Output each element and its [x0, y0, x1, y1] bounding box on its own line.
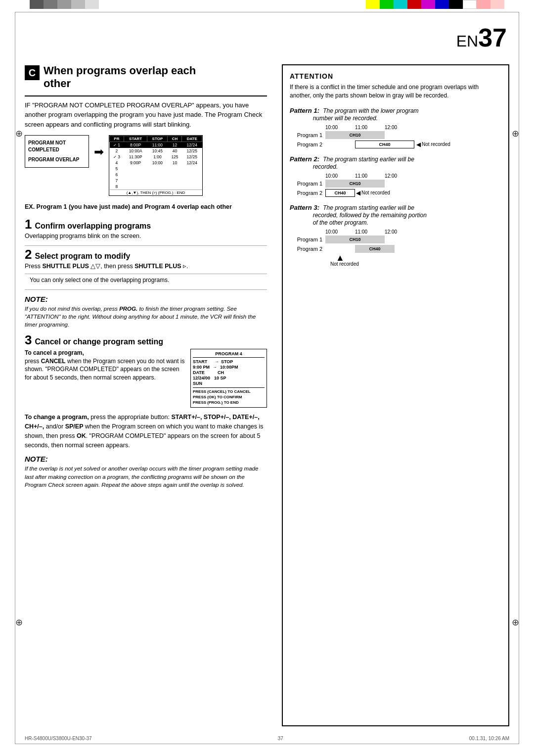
- footer-left: HR-S4800U/S3800U-EN30-37: [25, 736, 92, 741]
- step3-text: To cancel a program, press CANCEL when t…: [25, 349, 185, 384]
- prog1-row: Program 1 CH10: [290, 236, 501, 243]
- section-heading: C When programs overlap each other: [25, 64, 267, 91]
- prog2-row: Program 2 CH40: [290, 245, 501, 253]
- footer-right: 00.1.31, 10:26 AM: [469, 736, 509, 741]
- left-column: C When programs overlap each other IF "P…: [25, 64, 267, 726]
- reg-mark-right: ⊕: [510, 129, 520, 139]
- ch40-gray-bar: CH40: [355, 245, 395, 253]
- pattern2-timeline: 10:00 11:00 12:00 Program 1 CH10 Program…: [290, 173, 501, 197]
- table-footer: (▲,▼), THEN (>) (PROG.) : END: [110, 190, 202, 196]
- top-color-bars: [0, 0, 534, 9]
- step-2: 2 Select program to modify Press SHUTTLE…: [25, 248, 267, 284]
- step-3: 3 Cancel or change program setting To ca…: [25, 333, 267, 408]
- col-date: DATE: [182, 136, 202, 142]
- intro-text: IF "PROGRAM NOT COMPLETED PROGRAM OVERLA…: [25, 100, 267, 130]
- top-right-bars: [366, 0, 504, 9]
- main-layout: C When programs overlap each other IF "P…: [25, 64, 509, 726]
- page-footer: HR-S4800U/S3800U-EN30-37 37 00.1.31, 10:…: [25, 736, 509, 741]
- table-row: 2 10:00A 10:45 40 12/25: [110, 148, 202, 154]
- step1-divider: [25, 245, 267, 246]
- pattern1: Pattern 1: The program with the lower pr…: [290, 107, 501, 148]
- prog4-values-row: 9:00 PM → 10:00PM: [193, 365, 265, 370]
- color-bar: [449, 0, 463, 9]
- note1-text: If you do not mind this overlap, press P…: [25, 305, 267, 329]
- col-start: START: [124, 136, 147, 142]
- table-row: 8: [110, 184, 202, 190]
- note1: NOTE: If you do not mind this overlap, p…: [25, 295, 267, 329]
- prog4-day: SUN: [193, 381, 265, 386]
- not-recorded-1: ◀Not recorded: [416, 141, 450, 148]
- step2-desc: Press SHUTTLE PLUS △▽, then press SHUTTL…: [25, 262, 267, 271]
- step-1: 1 Confirm overlapping programs Overlappi…: [25, 218, 267, 241]
- col-stop: STOP: [147, 136, 168, 142]
- color-bar: [407, 0, 421, 9]
- section-icon: C: [25, 65, 40, 80]
- color-bar: [477, 0, 490, 9]
- prog4-start-row: START → STOP: [193, 359, 265, 364]
- step1-desc: Overlapping programs blink on the screen…: [25, 232, 267, 241]
- pattern1-timeline: 10:00 11:00 12:00 Program 1 CH10 Program…: [290, 125, 501, 148]
- table-row: 4 9:00P 10:00 10 12/24: [110, 160, 202, 166]
- step1-number: 1: [25, 218, 32, 231]
- en-prefix: EN: [456, 32, 478, 50]
- page-number: EN37: [456, 25, 507, 50]
- arrow-right: ➡: [94, 135, 104, 159]
- reg-mark-bottom-right: ⊕: [510, 617, 520, 627]
- prog1-row: Program 1 CH10: [290, 131, 501, 139]
- ex-line: EX. Program 1 (you have just made) and P…: [25, 203, 267, 212]
- not-recorded-2: Not recorded: [361, 190, 390, 195]
- timeline-labels: 10:00 11:00 12:00: [325, 229, 501, 235]
- right-column: ATTENTION If there is a conflict in the …: [282, 64, 509, 726]
- program-check-table: PR START STOP CH DATE ✓ 1 8:00P 11:00 12: [109, 135, 203, 196]
- step3-area: To cancel a program, press CANCEL when t…: [25, 349, 267, 408]
- step2-title: Select program to modify: [35, 252, 130, 261]
- step1-title: Confirm overlapping programs: [35, 222, 151, 231]
- section-title: When programs overlap each other: [44, 64, 196, 91]
- program-not-completed-label: PROGRAM NOT COMPLETED PROGRAM OVERLAP: [25, 135, 89, 168]
- step2-number: 2: [25, 248, 32, 261]
- color-bar: [490, 0, 504, 9]
- color-bar: [435, 0, 449, 9]
- ch10-bar: CH10: [325, 236, 385, 243]
- pattern2: Pattern 2: The program starting earlier …: [290, 155, 501, 197]
- step2-header: 2 Select program to modify: [25, 248, 267, 261]
- ch10-bar: CH10: [325, 180, 385, 188]
- pattern3-label: Pattern 3: The program starting earlier …: [290, 204, 501, 226]
- not-recorded-3: Not recorded: [325, 261, 501, 267]
- attention-text: If there is a conflict in the timer sche…: [290, 83, 501, 100]
- pattern2-label: Pattern 2: The program starting earlier …: [290, 155, 501, 170]
- step2-bullet: You can only select one of the overlappi…: [30, 276, 267, 284]
- step3-header: 3 Cancel or change program setting: [25, 333, 267, 346]
- pattern3: Pattern 3: The program starting earlier …: [290, 204, 501, 267]
- pattern3-timeline: 10:00 11:00 12:00 Program 1 CH10 Program…: [290, 229, 501, 267]
- footer-center: 37: [278, 736, 283, 741]
- prog4-actions: PRESS (CANCEL) TO CANCEL PRESS (OK) TO C…: [193, 387, 265, 406]
- attention-title: ATTENTION: [290, 72, 501, 80]
- color-bar: [44, 0, 57, 9]
- color-bar: [57, 0, 71, 9]
- step1-header: 1 Confirm overlapping programs: [25, 218, 267, 231]
- ch40-bar: CH40: [355, 141, 414, 148]
- col-ch: CH: [168, 136, 182, 142]
- prog2-row: Program 2 CH40 ◀Not recorded: [290, 141, 501, 148]
- step3-number: 3: [25, 333, 32, 346]
- step2-divider: [25, 289, 267, 290]
- color-bar: [71, 0, 85, 9]
- col-pr: PR: [110, 136, 124, 142]
- color-bar: [380, 0, 394, 9]
- table-row: 5: [110, 166, 202, 172]
- screen-mockup-area: PROGRAM NOT COMPLETED PROGRAM OVERLAP ➡ …: [25, 135, 267, 196]
- not-recorded-area: ▲: [325, 254, 501, 261]
- reg-mark-left: ⊕: [14, 129, 24, 139]
- prog4-datevalue-row: 12/24/00 10 SP: [193, 376, 265, 380]
- note2-text: If the overlap is not yet solved or anot…: [25, 465, 267, 488]
- ch10-bar: CH10: [325, 131, 385, 139]
- pattern1-label: Pattern 1: The program with the lower pr…: [290, 107, 501, 122]
- color-bar: [421, 0, 435, 9]
- timeline-labels: 10:00 11:00 12:00: [325, 125, 501, 130]
- section-rule: [25, 95, 267, 96]
- timeline-labels: 10:00 11:00 12:00: [325, 173, 501, 179]
- note2-title: NOTE:: [25, 455, 267, 463]
- prog1-row: Program 1 CH10: [290, 180, 501, 188]
- note1-title: NOTE:: [25, 295, 267, 303]
